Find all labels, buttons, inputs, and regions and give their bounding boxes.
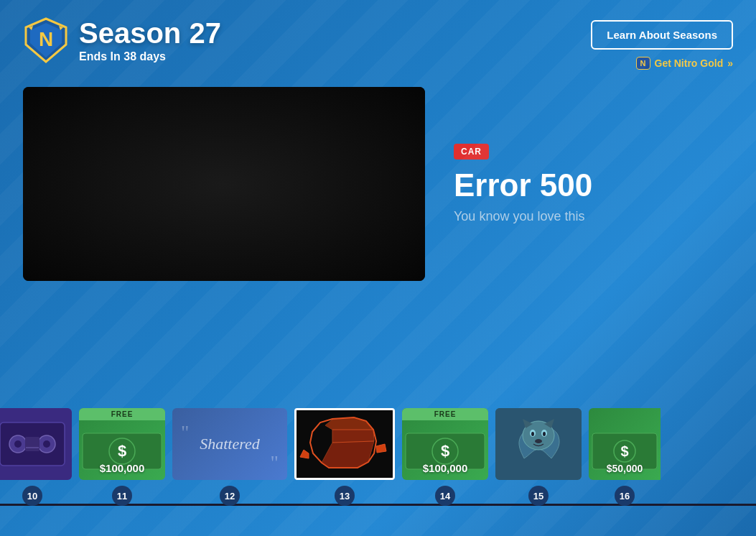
svg-point-68 xyxy=(317,169,319,171)
svg-point-131 xyxy=(302,226,304,228)
svg-point-112 xyxy=(259,212,261,214)
track-item-10[interactable]: 10 xyxy=(0,408,72,506)
svg-point-146 xyxy=(288,241,290,243)
season-title: Season 27 xyxy=(79,17,221,49)
svg-point-81 xyxy=(274,183,276,185)
svg-point-29 xyxy=(216,140,218,142)
svg-text:$: $ xyxy=(441,442,449,460)
step-number-16: 16 xyxy=(615,486,635,506)
svg-point-6 xyxy=(116,126,118,128)
track-item-15[interactable]: 15 xyxy=(495,408,582,506)
svg-point-64 xyxy=(259,169,261,171)
svg-point-120 xyxy=(144,226,146,228)
svg-point-50 xyxy=(288,154,290,157)
svg-point-24 xyxy=(144,140,146,142)
svg-point-128 xyxy=(259,226,261,228)
svg-point-96 xyxy=(259,198,261,200)
svg-point-145 xyxy=(274,241,276,243)
track-item-14[interactable]: FREE $ $100,000 14 xyxy=(402,408,488,506)
car-preview-panel xyxy=(23,87,425,281)
svg-point-127 xyxy=(245,226,247,228)
svg-point-132 xyxy=(317,226,319,228)
svg-point-57 xyxy=(159,169,161,171)
svg-point-67 xyxy=(302,169,304,171)
svg-point-70 xyxy=(116,183,118,185)
free-badge-14: FREE xyxy=(402,408,488,420)
svg-point-129 xyxy=(274,226,276,228)
shattered-text: Shattered xyxy=(200,435,260,453)
svg-point-130 xyxy=(288,226,290,228)
svg-point-105 xyxy=(159,212,161,214)
svg-point-54 xyxy=(116,169,118,171)
svg-point-107 xyxy=(187,212,190,214)
svg-point-125 xyxy=(216,226,218,228)
svg-point-116 xyxy=(317,212,319,214)
svg-point-89 xyxy=(159,198,161,200)
svg-point-121 xyxy=(159,226,161,228)
svg-point-71 xyxy=(130,183,132,185)
wolf-icon xyxy=(495,408,582,480)
main-content: CAR Error 500 You know you love this xyxy=(0,87,756,281)
svg-point-142 xyxy=(230,241,233,243)
svg-point-117 xyxy=(331,212,333,214)
svg-point-73 xyxy=(159,183,161,185)
svg-point-15 xyxy=(245,126,247,128)
nitro-gold-link[interactable]: N Get Nitro Gold » xyxy=(636,57,733,70)
track-item-11[interactable]: FREE $ $100,000 11 xyxy=(79,408,165,506)
svg-point-69 xyxy=(331,169,333,171)
svg-text:$: $ xyxy=(118,442,126,460)
svg-point-46 xyxy=(230,154,233,157)
svg-point-94 xyxy=(230,198,233,200)
svg-point-86 xyxy=(116,198,118,200)
svg-point-92 xyxy=(202,198,204,200)
svg-point-40 xyxy=(144,154,146,157)
svg-line-151 xyxy=(187,195,254,197)
track-item-13[interactable]: 13 xyxy=(294,408,395,506)
step-number-12: 12 xyxy=(220,486,240,506)
svg-point-49 xyxy=(274,154,276,157)
svg-text:N: N xyxy=(39,28,53,50)
svg-point-119 xyxy=(130,226,132,228)
svg-point-148 xyxy=(317,241,319,243)
step-number-11: 11 xyxy=(112,486,132,506)
svg-point-136 xyxy=(144,241,146,243)
svg-point-84 xyxy=(317,183,319,185)
track-item-16[interactable]: $ $50,000 16 xyxy=(589,408,661,506)
svg-point-143 xyxy=(245,241,247,243)
header-actions: Learn About Seasons N Get Nitro Gold » xyxy=(591,20,733,70)
svg-point-91 xyxy=(187,198,190,200)
svg-point-35 xyxy=(302,140,304,142)
car-name-title: Error 500 xyxy=(454,168,733,203)
svg-point-90 xyxy=(173,198,175,200)
svg-point-138 xyxy=(173,241,175,243)
nitro-icon: N xyxy=(636,57,650,70)
page-header: N Season 27 Ends In 38 days Learn About … xyxy=(0,0,756,81)
step-number-10: 10 xyxy=(22,486,42,506)
svg-point-21 xyxy=(331,126,333,128)
svg-point-80 xyxy=(259,183,261,185)
svg-point-176 xyxy=(535,439,542,443)
price-label-11: $100,000 xyxy=(79,462,165,474)
free-badge-11: FREE xyxy=(79,408,165,420)
svg-point-74 xyxy=(173,183,175,185)
svg-point-135 xyxy=(130,241,132,243)
svg-point-157 xyxy=(14,440,22,448)
svg-point-102 xyxy=(116,212,118,214)
svg-point-60 xyxy=(202,169,204,171)
svg-point-19 xyxy=(302,126,304,128)
svg-point-110 xyxy=(230,212,233,214)
svg-point-87 xyxy=(130,198,132,200)
svg-point-113 xyxy=(274,212,276,214)
car-image xyxy=(102,112,346,256)
svg-text:$: $ xyxy=(620,443,628,459)
learn-about-seasons-button[interactable]: Learn About Seasons xyxy=(591,20,733,50)
price-label-16: $50,000 xyxy=(589,463,661,474)
track-item-12[interactable]: " " Shattered 12 xyxy=(172,408,287,506)
svg-point-31 xyxy=(245,140,247,142)
svg-point-9 xyxy=(159,126,161,128)
svg-point-115 xyxy=(302,212,304,214)
svg-point-17 xyxy=(274,126,276,128)
svg-point-106 xyxy=(173,212,175,214)
svg-point-76 xyxy=(202,183,204,185)
step-number-13: 13 xyxy=(335,486,355,506)
